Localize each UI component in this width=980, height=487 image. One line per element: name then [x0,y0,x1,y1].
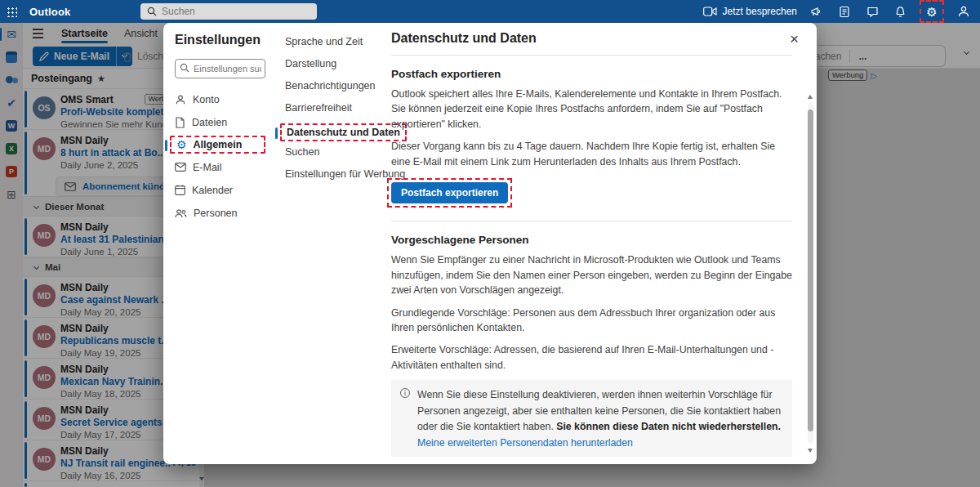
app-launcher-icon[interactable] [0,0,23,23]
app-title: Outlook [29,6,71,18]
people-paragraph-1: Wenn Sie Empfänger zu einer Nachricht in… [391,252,792,297]
download-people-data-link[interactable]: Meine erweiterten Personendaten herunter… [417,436,633,450]
feedback-icon[interactable] [864,2,880,20]
settings-nav-konto[interactable]: Konto [175,92,265,107]
settings-gear-icon[interactable]: ⚙ [924,2,940,20]
person-icon [175,94,186,105]
camera-icon [703,7,717,16]
settings-search[interactable] [175,59,265,78]
subnav-darstellung[interactable]: Darstellung [285,58,375,74]
subnav-suchen[interactable]: Suchen [285,146,375,162]
section-title-export: Postfach exportieren [391,68,792,80]
meet-now-label: Jetzt besprechen [723,6,797,17]
divider [391,55,792,56]
account-icon[interactable] [956,2,972,20]
settings-title: Einstellungen [175,33,265,47]
settings-subnav: Sprache und Zeit Darstellung Benachricht… [274,23,380,464]
outlook-app: Outlook Jetzt besprechen ⚙ [0,0,980,487]
settings-nav-allgemein[interactable]: ⚙ Allgemein [170,136,265,154]
top-bar: Outlook Jetzt besprechen ⚙ [0,0,980,23]
gear-icon: ⚙ [176,139,187,150]
nav-label: Dateien [192,117,227,128]
global-search[interactable] [140,3,317,20]
subnav-sprache-und-zeit[interactable]: Sprache und Zeit [285,36,375,51]
global-search-input[interactable] [162,6,292,17]
nav-label: Allgemein [194,139,243,150]
panel-scrollbar[interactable] [808,103,813,443]
calendar-icon [175,185,185,195]
divider [391,221,792,221]
info-callout: i Wenn Sie diese Einstellung deaktiviere… [391,380,792,457]
scrollbar-thumb[interactable] [808,109,813,431]
info-icon: i [400,388,410,398]
settings-nav-email[interactable]: E-Mail [175,159,265,175]
search-icon [180,63,189,73]
settings-panel: Datenschutz und Daten × Postfach exporti… [380,23,817,464]
settings-nav-dateien[interactable]: Dateien [175,114,265,130]
settings-gear-highlight: ⚙ [920,0,944,23]
nav-label: Personen [194,208,238,219]
settings-dialog: Einstellungen Konto Dateien ⚙ Allgemein [163,23,817,464]
notebook-icon[interactable] [836,2,853,20]
selection-indicator [165,140,167,151]
people-icon [175,208,187,218]
settings-nav: Einstellungen Konto Dateien ⚙ Allgemein [163,23,274,464]
section-title-suggested-people: Vorgeschlagene Personen [391,234,792,246]
nav-label: Konto [193,94,220,105]
people-paragraph-3: Erweiterte Vorschläge: Adressen, die bas… [391,342,792,373]
nav-label: Kalender [192,185,233,196]
export-paragraph-1: Outlook speichert alles Ihre E-Mails, Ka… [391,87,792,132]
search-icon [147,7,157,16]
export-paragraph-2: Dieser Vorgang kann bis zu 4 Tage dauern… [391,139,792,169]
megaphone-icon[interactable] [808,2,825,20]
bell-icon[interactable] [892,2,908,20]
subnav-benachrichtigungen[interactable]: Benachrichtigungen [285,80,375,96]
subnav-barrierefreiheit[interactable]: Barrierefreiheit [285,102,375,118]
export-button-highlight: Postfach exportieren [387,178,512,208]
panel-title: Datenschutz und Daten [391,31,786,46]
selection-indicator [275,127,278,139]
settings-nav-kalender[interactable]: Kalender [175,182,265,198]
envelope-icon [175,163,186,172]
info-text-bold: Sie können diese Daten nicht wiederherst… [556,421,781,432]
nav-label: E-Mail [193,162,221,173]
scroll-down-arrow-icon[interactable] [808,449,813,453]
scroll-up-arrow-icon[interactable] [808,95,813,99]
close-icon[interactable]: × [786,31,802,47]
meet-now-button[interactable]: Jetzt besprechen [703,6,797,17]
export-mailbox-button[interactable]: Postfach exportieren [391,182,508,203]
subnav-einstellungen-fuer-werbung[interactable]: Einstellungen für Werbung [285,168,375,184]
document-icon [175,117,185,128]
people-paragraph-2: Grundlegende Vorschläge: Personen aus de… [391,306,792,336]
settings-nav-personen[interactable]: Personen [175,205,265,221]
